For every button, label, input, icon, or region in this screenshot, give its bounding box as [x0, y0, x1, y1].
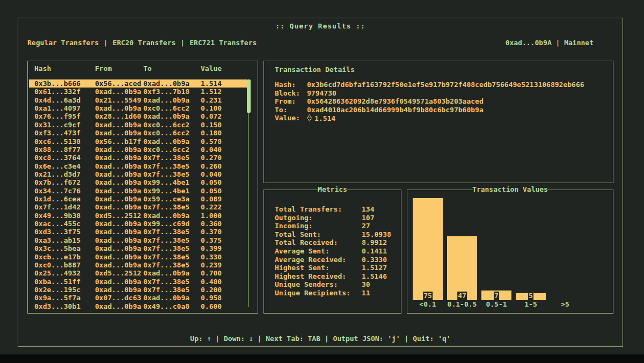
cell-hash: 0xc8...3764: [34, 154, 95, 162]
table-row[interactable]: 0xac...455c0xad...0b9a0x99...c69d0.360: [29, 220, 247, 228]
table-row[interactable]: 0x61...332f0xad...0b9a0xf3...7b181.512: [29, 88, 247, 96]
cell-value: 0.700: [201, 269, 247, 277]
cell-hash: 0x1d...6cea: [34, 195, 95, 203]
cell-from: 0xad...0b9a: [95, 228, 143, 236]
cell-value: 0.040: [201, 146, 247, 154]
scrollbar-thumb[interactable]: [247, 79, 251, 113]
cell-hash: 0xc6...5138: [34, 137, 95, 146]
table-row[interactable]: 0xba...51ff0xad...0b9a0x7f...38e50.480: [29, 278, 247, 286]
tab-erc721-transfers[interactable]: ERC721 Transfers: [189, 39, 257, 47]
cell-value: 0.150: [201, 121, 247, 129]
table-row[interactable]: 0x4d...6a3d0x21...55490xad...0b9a0.231: [29, 96, 247, 104]
cell-to: 0x7f...38e5: [143, 162, 201, 170]
cell-value: 0.480: [201, 278, 247, 286]
cell-value: 0.270: [201, 154, 247, 162]
cell-to: 0x7f...38e5: [143, 170, 201, 178]
table-row[interactable]: 0xc0...b8870xad...0b9a0x7f...38e50.239: [29, 261, 247, 269]
table-header-row: Hash From To Value: [34, 64, 246, 72]
table-row[interactable]: 0x76...f95f0x28...1d600xad...0b9a0.072: [29, 112, 247, 120]
table-row[interactable]: 0xc8...37640xad...0b9a0x7f...38e50.270: [29, 154, 247, 162]
cell-from: 0xad...0b9a: [95, 278, 143, 286]
cell-from: 0x21...5549: [95, 96, 143, 104]
cell-hash: 0x21...d3d7: [34, 170, 95, 178]
details-list: Hash:0x3b6cd7d6bfaf163792f50e1ef5e917b97…: [275, 81, 608, 122]
table-row[interactable]: 0x88...8f770xad...0b9a0xc0...6cc20.040: [29, 146, 247, 154]
cell-hash: 0x49...9b38: [34, 212, 95, 220]
table-row[interactable]: 0x6e...c3e40xad...0b9a0x7f...38e50.260: [29, 162, 247, 170]
table-row[interactable]: 0xf3...473f0xad...0b9a0xc0...6cc20.180: [29, 129, 247, 137]
column-header-from: From: [95, 64, 143, 72]
tab-regular-transfers[interactable]: Regular Transfers: [27, 39, 99, 47]
table-row[interactable]: 0x49...9b380xd5...25120xad...0b9a1.000: [29, 212, 247, 220]
cell-to: 0xad...0b9a: [143, 112, 201, 120]
table-row[interactable]: 0x1d...6cea0xad...0b9a0x59...ce3a0.089: [29, 195, 247, 203]
cell-hash: 0x76...f95f: [34, 112, 95, 120]
metric-value: 134: [362, 205, 374, 214]
metric-label: Unique Senders:: [275, 280, 362, 289]
cell-from: 0xad...0b9a: [95, 170, 143, 178]
bar-value-label: 7: [494, 292, 499, 300]
cell-value: 0.050: [201, 187, 247, 195]
page-title: :: Query Results ::: [18, 22, 623, 30]
table-row[interactable]: 0xd3...30b10xad...0b9a0x49...c0a80.600: [29, 302, 247, 310]
detail-field: To:0xad4010ac206b14d66999b4bf9b80c6bc97b…: [275, 106, 608, 114]
detail-value: 1.514: [307, 114, 335, 122]
table-row[interactable]: 0x7b...f6720xad...0b9a0x99...4be10.050: [29, 178, 247, 186]
table-scrollbar[interactable]: [247, 79, 251, 307]
x-axis-tick-label: 0.1-0.5: [447, 300, 477, 309]
table-row[interactable]: 0xd3...3f750xad...0b9a0x7f...38e50.370: [29, 228, 247, 236]
detail-value: 0x564286362092d8e7936f0549571a803b203aac…: [307, 97, 484, 106]
metric-value: 1.5146: [362, 272, 387, 281]
screen-bottom-strip: [0, 354, 644, 363]
metric-item: Unique Senders:30: [275, 280, 396, 289]
detail-field: From:0x564286362092d8e7936f0549571a803b2…: [275, 97, 608, 106]
table-row[interactable]: 0x3c...5bea0xad...0b9a0x7f...38e50.399: [29, 244, 247, 252]
detail-field: Block:9794730: [275, 89, 608, 98]
detail-field: Hash:0x3b6cd7d6bfaf163792f50e1ef5e917b97…: [275, 81, 608, 89]
cell-value: 0.222: [201, 203, 247, 211]
cell-value: 0.578: [201, 137, 247, 146]
table-row[interactable]: 0xa1...40970xad...0b9a0xc0...6cc20.100: [29, 104, 247, 112]
cell-to: 0xc0...6cc2: [143, 146, 201, 154]
cell-value: 0.600: [201, 302, 247, 310]
column-header-hash: Hash: [34, 64, 95, 72]
metrics-panel: Metrics Total Transfers:134Outgoing:107I…: [264, 190, 401, 314]
table-row[interactable]: 0xa3...ab150xad...0b9a0x7f...38e50.375: [29, 236, 247, 244]
table-row[interactable]: 0x3b...b6660x56...aced0xad...0b9a1.514: [29, 79, 247, 88]
cell-to: 0xc0...6cc2: [143, 129, 201, 137]
cell-hash: 0xa1...4097: [34, 104, 95, 112]
cell-hash: 0x3c...5bea: [34, 244, 95, 252]
cell-value: 0.200: [201, 286, 247, 294]
table-row[interactable]: 0x7f...1d420xad...0b9a0x7f...38e50.222: [29, 203, 247, 211]
detail-value: 0xad4010ac206b14d66999b4bf9b80c6bc97b60b…: [307, 106, 484, 114]
cell-value: 1.000: [201, 212, 247, 220]
cell-from: 0xd5...2512: [95, 269, 143, 277]
cell-to: 0x49...c0a8: [143, 302, 201, 310]
table-row[interactable]: 0xcb...e17b0xad...0b9a0x7f...38e50.330: [29, 253, 247, 261]
metric-value: 30: [362, 280, 370, 289]
wallet-network-badge: 0xad...0b9A | Mainnet: [506, 39, 594, 47]
cell-value: 0.180: [201, 129, 247, 137]
table-row[interactable]: 0x9a...5f7a0x07...dc630xad...0b9a0.958: [29, 294, 247, 302]
table-row[interactable]: 0x34...7c760xad...0b9a0x99...4be10.050: [29, 187, 247, 195]
tab-erc20-transfers[interactable]: ERC20 Transfers: [113, 39, 175, 47]
metric-item: Average Received:0.3330: [275, 256, 396, 264]
table-row[interactable]: 0xc6...51380x56...b17f0xad...0b9a0.578: [29, 137, 247, 146]
cell-hash: 0x88...8f77: [34, 146, 95, 154]
table-row[interactable]: 0x21...d3d70xad...0b9a0x7f...38e50.040: [29, 170, 247, 178]
cell-hash: 0xac...455c: [34, 220, 95, 228]
metric-value: 107: [362, 214, 374, 222]
metric-label: Highest Received:: [275, 272, 362, 281]
x-axis-tick-label: 0.5-1: [481, 300, 511, 309]
cell-to: 0x99...c69d: [143, 220, 201, 228]
chart-bar: 75: [413, 198, 443, 300]
table-row[interactable]: 0x31...c9cf0xad...0b9a0xc0...6cc20.150: [29, 121, 247, 129]
cell-to: 0x7f...38e5: [143, 278, 201, 286]
metric-label: Average Sent:: [275, 247, 362, 256]
cell-from: 0xad...0b9a: [95, 244, 143, 252]
metric-label: Highest Sent:: [275, 264, 362, 272]
cell-from: 0xad...0b9a: [95, 154, 143, 162]
table-row[interactable]: 0x25...49320xd5...25120xad...0b9a0.700: [29, 269, 247, 277]
table-row[interactable]: 0x2e...195c0xad...0b9a0x7f...38e50.200: [29, 286, 247, 294]
cell-from: 0xad...0b9a: [95, 286, 143, 294]
